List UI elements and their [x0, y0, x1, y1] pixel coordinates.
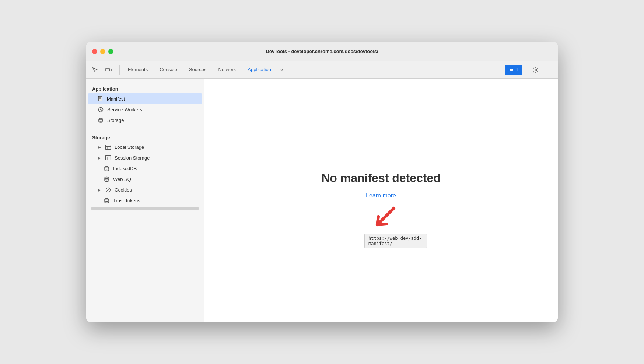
- svg-point-6: [99, 118, 103, 120]
- tab-sources[interactable]: Sources: [183, 61, 213, 78]
- sidebar-scrollbar[interactable]: [91, 207, 199, 210]
- local-storage-arrow: ▶: [98, 145, 101, 149]
- toolbar-separator: [119, 65, 120, 75]
- toolbar-right-sep2: [526, 65, 526, 75]
- svg-rect-0: [106, 68, 109, 71]
- session-storage-label: Session Storage: [115, 155, 150, 161]
- svg-point-16: [107, 189, 108, 189]
- sidebar-item-indexeddb[interactable]: IndexedDB: [88, 163, 202, 174]
- url-tooltip: https://web.dev/add-manifest/: [364, 234, 427, 248]
- maximize-button[interactable]: [108, 49, 113, 54]
- svg-rect-7: [106, 145, 111, 150]
- tab-application[interactable]: Application: [242, 61, 277, 78]
- toolbar-right-separator: [501, 65, 501, 75]
- notification-button[interactable]: 1: [505, 65, 522, 75]
- tab-bar: Elements Console Sources Network Applica…: [86, 61, 558, 79]
- learn-more-link[interactable]: Learn more: [366, 192, 396, 199]
- toolbar-left: [89, 64, 114, 76]
- service-workers-icon: [98, 107, 104, 112]
- svg-point-17: [108, 189, 109, 190]
- tab-elements[interactable]: Elements: [122, 61, 154, 78]
- storage-label: Storage: [107, 118, 124, 123]
- svg-point-15: [106, 188, 111, 192]
- toolbar-right: 1 ⋮: [499, 64, 555, 76]
- tabs-container: Elements Console Sources Network Applica…: [122, 61, 499, 78]
- no-manifest-title: No manifest detected: [321, 171, 441, 185]
- close-button[interactable]: [92, 49, 97, 54]
- main-content: Application Manifest: [86, 79, 558, 322]
- more-tabs-button[interactable]: »: [277, 61, 287, 78]
- cookies-icon: [105, 187, 111, 193]
- session-storage-arrow: ▶: [98, 156, 101, 160]
- cookies-label: Cookies: [115, 187, 132, 193]
- svg-point-2: [535, 69, 537, 71]
- storage-section-label: Storage: [86, 132, 204, 142]
- sidebar-item-session-storage[interactable]: ▶ Session Storage: [88, 153, 202, 163]
- sidebar-item-local-storage[interactable]: ▶ Local Storage: [88, 142, 202, 153]
- local-storage-label: Local Storage: [115, 144, 144, 150]
- no-manifest-container: No manifest detected Learn more https://…: [321, 171, 441, 230]
- local-storage-icon: [105, 145, 111, 150]
- tab-console[interactable]: Console: [154, 61, 183, 78]
- manifest-icon: [98, 96, 103, 102]
- manifest-label: Manifest: [107, 96, 125, 102]
- svg-rect-1: [110, 69, 111, 71]
- svg-point-19: [109, 190, 109, 191]
- more-options-button[interactable]: ⋮: [543, 64, 555, 76]
- red-arrow-annotation: [372, 206, 398, 230]
- sidebar-divider-1: [86, 129, 204, 129]
- web-sql-icon: [104, 176, 109, 182]
- devtools-window: DevTools - developer.chrome.com/docs/dev…: [86, 42, 558, 322]
- cookies-arrow: ▶: [98, 188, 101, 192]
- sidebar-item-trust-tokens[interactable]: Trust Tokens: [88, 195, 202, 206]
- traffic-lights: [92, 49, 113, 54]
- web-sql-label: Web SQL: [113, 176, 134, 182]
- settings-button[interactable]: [530, 64, 542, 76]
- trust-tokens-icon: [104, 198, 109, 203]
- sidebar-item-cookies[interactable]: ▶ Cookies: [88, 185, 202, 195]
- title-bar: DevTools - developer.chrome.com/docs/dev…: [86, 42, 558, 61]
- service-workers-label: Service Workers: [107, 107, 142, 112]
- storage-icon: [98, 118, 104, 123]
- svg-rect-10: [106, 156, 111, 160]
- session-storage-icon: [105, 155, 111, 160]
- trust-tokens-label: Trust Tokens: [113, 198, 140, 203]
- application-section-label: Application: [86, 83, 204, 93]
- indexeddb-label: IndexedDB: [113, 166, 137, 171]
- sidebar-item-web-sql[interactable]: Web SQL: [88, 174, 202, 185]
- svg-point-13: [105, 167, 109, 168]
- inspect-element-button[interactable]: [89, 64, 101, 76]
- svg-point-5: [100, 109, 101, 110]
- svg-point-20: [105, 199, 109, 200]
- minimize-button[interactable]: [100, 49, 105, 54]
- svg-point-14: [105, 177, 109, 179]
- tab-network[interactable]: Network: [213, 61, 242, 78]
- sidebar-item-service-workers[interactable]: Service Workers: [88, 104, 202, 115]
- svg-point-18: [107, 190, 108, 191]
- window-title: DevTools - developer.chrome.com/docs/dev…: [266, 49, 378, 54]
- indexeddb-icon: [104, 166, 109, 171]
- device-toolbar-button[interactable]: [102, 64, 114, 76]
- content-panel: No manifest detected Learn more https://…: [204, 79, 558, 322]
- sidebar: Application Manifest: [86, 79, 204, 322]
- sidebar-item-manifest[interactable]: Manifest: [88, 93, 202, 104]
- sidebar-item-storage[interactable]: Storage: [88, 115, 202, 126]
